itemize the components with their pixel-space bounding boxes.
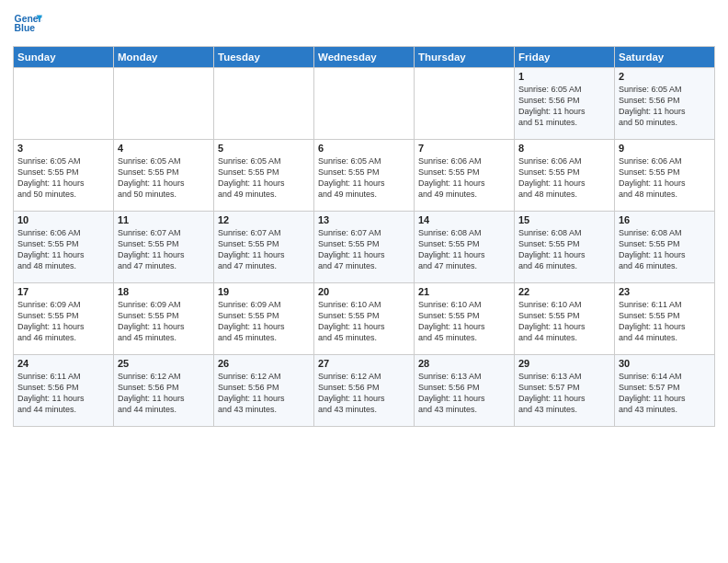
day-info: Sunrise: 6:09 AM Sunset: 5:55 PM Dayligh…: [17, 299, 109, 344]
calendar-day-cell: [214, 68, 314, 140]
calendar-day-cell: 3Sunrise: 6:05 AM Sunset: 5:55 PM Daylig…: [14, 140, 114, 212]
calendar-day-cell: 28Sunrise: 6:13 AM Sunset: 5:56 PM Dayli…: [415, 355, 515, 427]
calendar-day-cell: 29Sunrise: 6:13 AM Sunset: 5:57 PM Dayli…: [515, 355, 615, 427]
day-info: Sunrise: 6:12 AM Sunset: 5:56 PM Dayligh…: [218, 371, 310, 416]
calendar-day-cell: 2Sunrise: 6:05 AM Sunset: 5:56 PM Daylig…: [615, 68, 715, 140]
day-info: Sunrise: 6:05 AM Sunset: 5:55 PM Dayligh…: [318, 155, 410, 201]
calendar-day-cell: 20Sunrise: 6:10 AM Sunset: 5:55 PM Dayli…: [314, 283, 415, 355]
calendar-day-cell: 17Sunrise: 6:09 AM Sunset: 5:55 PM Dayli…: [14, 283, 114, 355]
calendar-day-cell: 9Sunrise: 6:06 AM Sunset: 5:55 PM Daylig…: [615, 140, 715, 212]
weekday-header: Friday: [515, 47, 615, 68]
day-info: Sunrise: 6:07 AM Sunset: 5:55 PM Dayligh…: [218, 227, 310, 272]
weekday-header: Saturday: [615, 47, 715, 68]
day-number: 6: [318, 143, 410, 154]
header: General Blue: [13, 9, 715, 39]
day-info: Sunrise: 6:05 AM Sunset: 5:56 PM Dayligh…: [518, 84, 610, 129]
day-number: 25: [118, 358, 210, 369]
calendar-day-cell: [114, 68, 214, 140]
calendar-day-cell: 16Sunrise: 6:08 AM Sunset: 5:55 PM Dayli…: [615, 212, 715, 283]
calendar-day-cell: 13Sunrise: 6:07 AM Sunset: 5:55 PM Dayli…: [314, 212, 415, 283]
day-info: Sunrise: 6:12 AM Sunset: 5:56 PM Dayligh…: [118, 371, 210, 416]
day-number: 27: [318, 358, 410, 369]
calendar-day-cell: [14, 68, 114, 140]
calendar-day-cell: 26Sunrise: 6:12 AM Sunset: 5:56 PM Dayli…: [214, 355, 314, 427]
day-info: Sunrise: 6:05 AM Sunset: 5:55 PM Dayligh…: [218, 155, 310, 201]
day-number: 23: [619, 286, 711, 297]
calendar-day-cell: 1Sunrise: 6:05 AM Sunset: 5:56 PM Daylig…: [515, 68, 615, 140]
calendar-day-cell: 4Sunrise: 6:05 AM Sunset: 5:55 PM Daylig…: [114, 140, 214, 212]
day-number: 1: [518, 71, 610, 82]
day-number: 29: [518, 358, 610, 369]
day-number: 16: [619, 214, 711, 225]
day-info: Sunrise: 6:05 AM Sunset: 5:55 PM Dayligh…: [17, 155, 109, 201]
day-number: 26: [218, 358, 310, 369]
calendar-day-cell: 18Sunrise: 6:09 AM Sunset: 5:55 PM Dayli…: [114, 283, 214, 355]
calendar-week-row: 10Sunrise: 6:06 AM Sunset: 5:55 PM Dayli…: [14, 212, 715, 283]
day-info: Sunrise: 6:06 AM Sunset: 5:55 PM Dayligh…: [619, 155, 711, 201]
calendar-week-row: 17Sunrise: 6:09 AM Sunset: 5:55 PM Dayli…: [14, 283, 715, 355]
calendar-day-cell: 19Sunrise: 6:09 AM Sunset: 5:55 PM Dayli…: [214, 283, 314, 355]
day-info: Sunrise: 6:11 AM Sunset: 5:55 PM Dayligh…: [619, 299, 711, 344]
day-number: 4: [118, 143, 210, 154]
day-number: 20: [318, 286, 410, 297]
calendar-container: General Blue SundayMondayTuesdayWednesda…: [0, 0, 728, 432]
day-number: 19: [218, 286, 310, 297]
weekday-header: Sunday: [14, 47, 114, 68]
day-info: Sunrise: 6:13 AM Sunset: 5:56 PM Dayligh…: [418, 371, 510, 416]
day-number: 13: [318, 214, 410, 225]
day-info: Sunrise: 6:08 AM Sunset: 5:55 PM Dayligh…: [418, 227, 510, 272]
day-info: Sunrise: 6:08 AM Sunset: 5:55 PM Dayligh…: [619, 227, 711, 272]
day-number: 21: [418, 286, 510, 297]
calendar-day-cell: 25Sunrise: 6:12 AM Sunset: 5:56 PM Dayli…: [114, 355, 214, 427]
weekday-header: Tuesday: [214, 47, 314, 68]
day-info: Sunrise: 6:10 AM Sunset: 5:55 PM Dayligh…: [318, 299, 410, 344]
day-number: 12: [218, 214, 310, 225]
day-number: 5: [218, 143, 310, 154]
day-number: 3: [17, 143, 109, 154]
weekday-header: Thursday: [415, 47, 515, 68]
calendar-header: SundayMondayTuesdayWednesdayThursdayFrid…: [14, 47, 715, 68]
day-info: Sunrise: 6:06 AM Sunset: 5:55 PM Dayligh…: [418, 155, 510, 201]
day-info: Sunrise: 6:11 AM Sunset: 5:56 PM Dayligh…: [17, 371, 109, 416]
calendar-day-cell: 10Sunrise: 6:06 AM Sunset: 5:55 PM Dayli…: [14, 212, 114, 283]
weekday-header: Wednesday: [314, 47, 415, 68]
calendar-day-cell: 14Sunrise: 6:08 AM Sunset: 5:55 PM Dayli…: [415, 212, 515, 283]
day-number: 17: [17, 286, 109, 297]
day-number: 10: [17, 214, 109, 225]
calendar-day-cell: 23Sunrise: 6:11 AM Sunset: 5:55 PM Dayli…: [615, 283, 715, 355]
day-number: 18: [118, 286, 210, 297]
calendar-day-cell: 24Sunrise: 6:11 AM Sunset: 5:56 PM Dayli…: [14, 355, 114, 427]
calendar-day-cell: 6Sunrise: 6:05 AM Sunset: 5:55 PM Daylig…: [314, 140, 415, 212]
day-number: 24: [17, 358, 109, 369]
day-info: Sunrise: 6:09 AM Sunset: 5:55 PM Dayligh…: [218, 299, 310, 344]
logo-icon: General Blue: [13, 9, 42, 39]
calendar-day-cell: 11Sunrise: 6:07 AM Sunset: 5:55 PM Dayli…: [114, 212, 214, 283]
day-number: 9: [619, 143, 711, 154]
calendar-day-cell: 8Sunrise: 6:06 AM Sunset: 5:55 PM Daylig…: [515, 140, 615, 212]
calendar-day-cell: 21Sunrise: 6:10 AM Sunset: 5:55 PM Dayli…: [415, 283, 515, 355]
weekday-header: Monday: [114, 47, 214, 68]
calendar-body: 1Sunrise: 6:05 AM Sunset: 5:56 PM Daylig…: [14, 68, 715, 427]
calendar-week-row: 24Sunrise: 6:11 AM Sunset: 5:56 PM Dayli…: [14, 355, 715, 427]
calendar-day-cell: 15Sunrise: 6:08 AM Sunset: 5:55 PM Dayli…: [515, 212, 615, 283]
svg-text:Blue: Blue: [15, 23, 36, 33]
day-number: 15: [518, 214, 610, 225]
day-info: Sunrise: 6:06 AM Sunset: 5:55 PM Dayligh…: [518, 155, 610, 201]
day-info: Sunrise: 6:07 AM Sunset: 5:55 PM Dayligh…: [118, 227, 210, 272]
calendar-day-cell: [415, 68, 515, 140]
day-number: 14: [418, 214, 510, 225]
day-number: 30: [619, 358, 711, 369]
day-number: 2: [619, 71, 711, 82]
calendar-table: SundayMondayTuesdayWednesdayThursdayFrid…: [13, 46, 715, 427]
day-number: 11: [118, 214, 210, 225]
day-info: Sunrise: 6:05 AM Sunset: 5:56 PM Dayligh…: [619, 84, 711, 129]
day-number: 22: [518, 286, 610, 297]
calendar-day-cell: 30Sunrise: 6:14 AM Sunset: 5:57 PM Dayli…: [615, 355, 715, 427]
logo: General Blue: [13, 9, 42, 39]
day-info: Sunrise: 6:05 AM Sunset: 5:55 PM Dayligh…: [118, 155, 210, 201]
day-number: 28: [418, 358, 510, 369]
calendar-week-row: 1Sunrise: 6:05 AM Sunset: 5:56 PM Daylig…: [14, 68, 715, 140]
day-info: Sunrise: 6:08 AM Sunset: 5:55 PM Dayligh…: [518, 227, 610, 272]
day-info: Sunrise: 6:07 AM Sunset: 5:55 PM Dayligh…: [318, 227, 410, 272]
calendar-day-cell: 5Sunrise: 6:05 AM Sunset: 5:55 PM Daylig…: [214, 140, 314, 212]
